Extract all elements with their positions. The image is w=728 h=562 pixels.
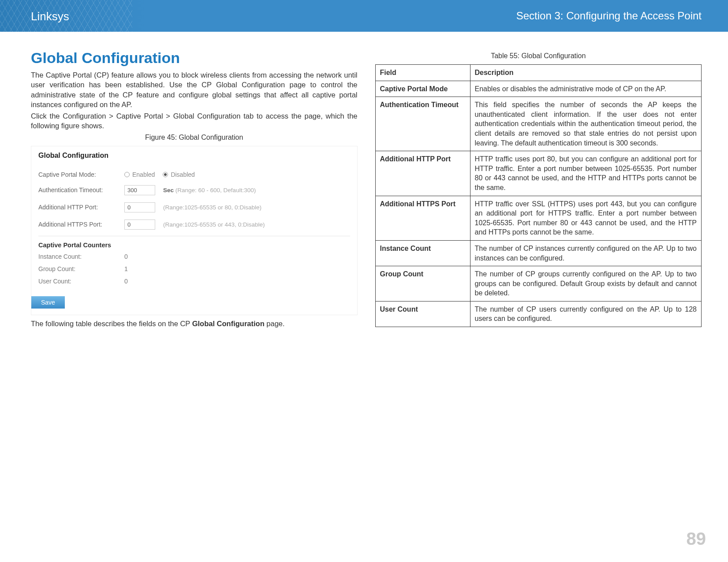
global-config-table: Field Description Captive Portal ModeEna… [375, 64, 702, 327]
table-row: Captive Portal ModeEnables or disables t… [375, 81, 702, 97]
http-port-input[interactable] [124, 202, 155, 212]
after-figure-text: The following table describes the fields… [31, 319, 358, 328]
row-group-count: Group Count: 1 [38, 263, 350, 275]
http-port-hint: (Range:1025-65535 or 80, 0:Disable) [163, 204, 261, 211]
table-row: Authentication TimeoutThis field specifi… [375, 97, 702, 151]
row-http-port: Additional HTTP Port: (Range:1025-65535 … [38, 199, 350, 216]
table-row: User CountThe number of CP users current… [375, 301, 702, 327]
after-figure-b: page. [265, 320, 285, 328]
page-title: Global Configuration [31, 49, 358, 67]
field-cell: Additional HTTP Port [375, 151, 470, 196]
page-number: 89 [687, 529, 706, 549]
brand-label: Linksys [31, 10, 69, 23]
table-row: Additional HTTP PortHTTP traffic uses po… [375, 151, 702, 196]
counters-title: Captive Portal Counters [38, 236, 350, 250]
desc-cell: The number of CP groups currently config… [470, 266, 702, 301]
auth-timeout-hint: Sec (Range: 60 - 600, Default:300) [163, 187, 256, 194]
figure-caption: Figure 45: Global Configuration [31, 134, 358, 141]
page-header: Linksys Section 3: Configuring the Acces… [0, 0, 728, 32]
cp-mode-enabled-radio[interactable]: Enabled [124, 171, 155, 178]
disabled-text: Disabled [171, 171, 194, 178]
https-port-hint: (Range:1025-65535 or 443, 0:Disable) [163, 221, 265, 228]
field-cell: Authentication Timeout [375, 97, 470, 151]
cp-mode-label: Captive Portal Mode: [38, 171, 124, 178]
row-auth-timeout: Authentication Timeout: Sec (Range: 60 -… [38, 182, 350, 199]
instance-count-value: 0 [124, 253, 128, 260]
desc-cell: HTTP traffic uses port 80, but you can c… [470, 151, 702, 196]
cp-mode-disabled-radio[interactable]: Disabled [163, 171, 194, 178]
desc-cell: Enables or disables the administrative m… [470, 81, 702, 97]
desc-cell: The number of CP instances currently con… [470, 240, 702, 266]
user-count-label: User Count: [38, 278, 124, 285]
table-header-row: Field Description [375, 65, 702, 81]
field-cell: Additional HTTPS Port [375, 196, 470, 240]
right-column: Table 55: Global Configuration Field Des… [375, 49, 702, 330]
field-cell: Captive Portal Mode [375, 81, 470, 97]
section-label: Section 3: Configuring the Access Point [516, 10, 702, 22]
radio-dot-icon [163, 172, 168, 177]
row-instance-count: Instance Count: 0 [38, 250, 350, 263]
page-body: Global Configuration The Captive Portal … [0, 32, 728, 330]
user-count-value: 0 [124, 278, 128, 285]
th-field: Field [375, 65, 470, 81]
auth-range: (Range: 60 - 600, Default:300) [175, 187, 256, 194]
table-row: Group CountThe number of CP groups curre… [375, 266, 702, 301]
field-cell: User Count [375, 301, 470, 327]
left-column: Global Configuration The Captive Portal … [31, 49, 358, 330]
row-cp-mode: Captive Portal Mode: Enabled Disabled [38, 167, 350, 182]
instance-count-label: Instance Count: [38, 253, 124, 260]
auth-timeout-label: Authentication Timeout: [38, 186, 124, 194]
row-user-count: User Count: 0 [38, 275, 350, 287]
after-figure-a: The following table describes the fields… [31, 320, 192, 328]
table-row: Instance CountThe number of CP instances… [375, 240, 702, 266]
table-caption: Table 55: Global Configuration [375, 52, 702, 60]
https-port-label: Additional HTTPS Port: [38, 221, 124, 228]
config-screenshot: Global Configuration Captive Portal Mode… [31, 146, 358, 315]
group-count-value: 1 [124, 265, 128, 272]
desc-cell: HTTP traffic over SSL (HTTPS) uses port … [470, 196, 702, 240]
https-port-input[interactable] [124, 220, 155, 230]
sec-unit: Sec [163, 187, 174, 194]
intro-paragraph-2: Click the Configuration > Captive Portal… [31, 111, 358, 131]
desc-cell: This field specifies the number of secon… [470, 97, 702, 151]
auth-timeout-input[interactable] [124, 185, 155, 195]
save-button[interactable]: Save [31, 296, 65, 309]
radio-dot-icon [124, 172, 130, 177]
intro-paragraph-1: The Captive Portal (CP) feature allows y… [31, 70, 358, 109]
row-https-port: Additional HTTPS Port: (Range:1025-65535… [38, 216, 350, 233]
field-cell: Instance Count [375, 240, 470, 266]
th-description: Description [470, 65, 702, 81]
group-count-label: Group Count: [38, 265, 124, 272]
ss-heading: Global Configuration [38, 152, 350, 160]
http-port-label: Additional HTTP Port: [38, 204, 124, 211]
enabled-text: Enabled [132, 171, 155, 178]
table-row: Additional HTTPS PortHTTP traffic over S… [375, 196, 702, 240]
field-cell: Group Count [375, 266, 470, 301]
after-figure-bold: Global Configuration [192, 320, 265, 328]
desc-cell: The number of CP users currently configu… [470, 301, 702, 327]
